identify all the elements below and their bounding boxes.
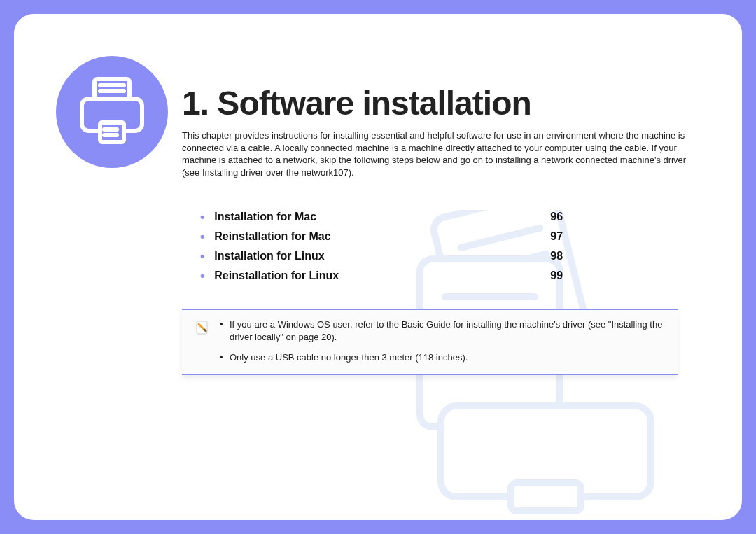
toc-page: 98 [550, 250, 592, 262]
note-item: Only use a USB cable no longer then 3 me… [220, 351, 665, 364]
toc-label: Installation for Linux [214, 250, 550, 262]
toc-row[interactable]: • Reinstallation for Mac 97 [200, 230, 700, 243]
intro-link[interactable]: Installing driver over the network [202, 167, 333, 178]
svg-rect-13 [100, 122, 124, 142]
printer-icon [74, 73, 150, 150]
toc-label: Reinstallation for Linux [214, 269, 550, 282]
svg-rect-7 [441, 406, 651, 497]
toc-row[interactable]: • Installation for Linux 98 [200, 250, 700, 262]
bullet-icon: • [200, 211, 204, 223]
note-box: If you are a Windows OS user, refer to t… [182, 309, 678, 375]
toc-page: 97 [550, 230, 592, 243]
note-icon [195, 320, 210, 335]
note-item: If you are a Windows OS user, refer to t… [220, 318, 665, 344]
toc-page: 96 [550, 211, 592, 223]
bullet-icon: • [200, 250, 204, 262]
note-list: If you are a Windows OS user, refer to t… [220, 318, 665, 364]
content-area: 1. Software installation This chapter pr… [182, 84, 700, 375]
printer-chapter-icon [56, 56, 168, 168]
toc-label: Reinstallation for Mac [214, 230, 550, 243]
chapter-title: 1. Software installation [182, 84, 700, 122]
chapter-intro: This chapter provides instructions for i… [182, 129, 700, 178]
toc-label: Installation for Mac [214, 211, 550, 223]
toc-page: 99 [550, 269, 592, 282]
document-page: 1. Software installation This chapter pr… [14, 14, 742, 520]
bullet-icon: • [200, 230, 204, 243]
svg-rect-8 [511, 483, 581, 511]
intro-part2: 107). [333, 167, 354, 178]
toc-row[interactable]: • Reinstallation for Linux 99 [200, 269, 700, 282]
table-of-contents: • Installation for Mac 96 • Reinstallati… [200, 211, 700, 282]
bullet-icon: • [200, 269, 204, 282]
toc-row[interactable]: • Installation for Mac 96 [200, 211, 700, 223]
